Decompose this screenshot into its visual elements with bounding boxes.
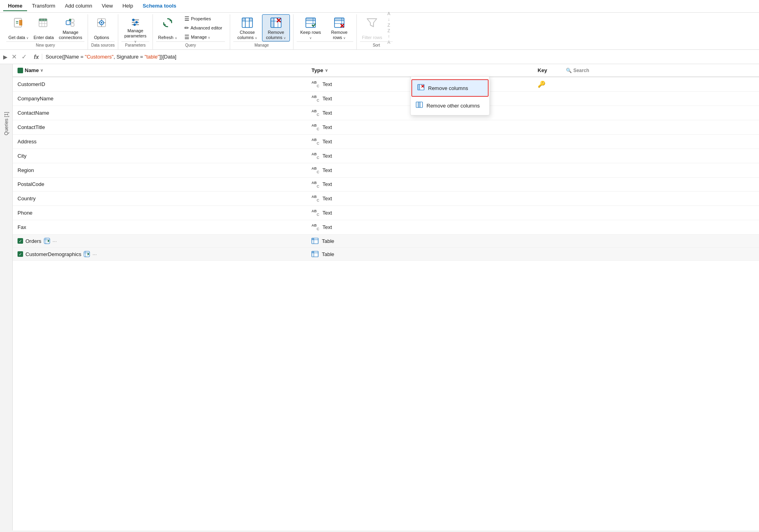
properties-icon: ☰ [184, 16, 190, 22]
table-row: CustomerIDABCText🔑 [13, 77, 759, 92]
menu-help[interactable]: Help [117, 1, 138, 11]
manage-label: Manage ∨ [191, 35, 211, 39]
table-cell-type: ABCText [307, 220, 533, 235]
formula-string-table: "table" [145, 54, 159, 60]
row-name: Fax [18, 224, 26, 230]
get-data-button[interactable]: Get data ∨ [6, 14, 31, 41]
type-icon: ABC [311, 181, 319, 188]
type-sort-icon[interactable]: ∨ [325, 68, 328, 72]
choose-columns-button[interactable]: Choose columns ∨ [233, 14, 261, 41]
remove-rows-button[interactable]: Remove rows ∨ [325, 14, 353, 41]
menu-transform[interactable]: Transform [27, 1, 60, 11]
row-name: Country [18, 196, 36, 201]
sort-group: A↓Z Z↑A [385, 14, 393, 41]
manage-button[interactable]: ☰ Manage ∨ [182, 33, 225, 41]
remove-columns-button[interactable]: Remove columns ∨ [262, 14, 290, 41]
type-label: Text [323, 81, 332, 87]
menu-view[interactable]: View [97, 1, 118, 11]
properties-button[interactable]: ☰ Properties [182, 14, 225, 23]
table-cell-type: ABCText [307, 192, 533, 206]
filter-rows-button[interactable]: Filter rows [360, 14, 384, 41]
type-label: Table [322, 238, 334, 244]
menu-home[interactable]: Home [3, 1, 27, 11]
type-label: Text [323, 153, 332, 159]
svg-rect-48 [306, 18, 315, 21]
table-cell-name: Phone [13, 206, 307, 220]
manage-connections-label: Manage connections [59, 30, 82, 40]
key-icon: 🔑 [538, 81, 546, 88]
table-row: CompanyNameABCText [13, 92, 759, 106]
table-row: PhoneABCText [13, 206, 759, 220]
table-row: CountryABCText [13, 192, 759, 206]
cancel-formula-button[interactable]: ✕ [11, 53, 18, 61]
key-header-label: Key [538, 67, 547, 73]
enter-data-button[interactable]: Enter data [31, 14, 56, 41]
table-indicator [18, 68, 23, 73]
menu-add-column[interactable]: Add column [60, 1, 97, 11]
refresh-button[interactable]: Refresh ∨ [156, 14, 179, 41]
menu-schema-tools[interactable]: Schema tools [138, 1, 181, 11]
table-cell-name: CustomerID [13, 77, 307, 92]
name-sort-icon[interactable]: ∨ [40, 68, 43, 72]
name-header-label: Name [25, 67, 39, 73]
type-icon: ABC [311, 109, 319, 117]
manage-parameters-button[interactable]: Manage parameters ∨ [121, 14, 149, 41]
svg-rect-13 [71, 23, 74, 26]
type-icon: ABC [311, 152, 319, 160]
manage-columns-group-label: Manage [233, 41, 290, 49]
table-row: RegionABCText [13, 163, 759, 177]
table-row: CityABCText [13, 149, 759, 163]
table-cell-type: ABCText [307, 177, 533, 192]
formula-input[interactable]: Source{[Name = "Customers", Signature = … [45, 54, 756, 60]
search-box[interactable]: 🔍 Search [549, 68, 589, 73]
table-cell-name: City [13, 149, 307, 163]
confirm-formula-button[interactable]: ✓ [21, 53, 27, 61]
row-name: Phone [18, 210, 33, 216]
expand-icon[interactable]: ▶ [3, 54, 8, 60]
options-button[interactable]: Options [91, 14, 112, 41]
table-type-icon [311, 251, 319, 257]
table-cell-name: CompanyName [13, 92, 307, 106]
type-icon: ABC [311, 166, 319, 174]
row-check[interactable]: ✓ [18, 251, 23, 257]
type-header-label: Type [311, 67, 323, 73]
row-check[interactable]: ✓ [18, 238, 23, 244]
row-dots[interactable]: ··· [92, 251, 97, 257]
type-label: Text [323, 96, 332, 102]
table-cell-key [533, 120, 759, 134]
manage-connections-button[interactable]: Manage connections [57, 14, 84, 41]
sort-group-label: Sort [360, 41, 393, 49]
expand-row-icon[interactable] [84, 251, 90, 257]
data-area: Name ∨ Type ∨ Key [13, 64, 759, 530]
data-sources-group-label: Data sources [91, 41, 115, 49]
table-cell-name: PostalCode [13, 177, 307, 192]
row-name: Region [18, 167, 34, 173]
new-query-group-label: New query [6, 41, 84, 49]
expand-row-icon[interactable] [44, 238, 50, 244]
type-label: Table [322, 251, 334, 257]
type-icon: ABC [311, 95, 319, 102]
table-cell-name: ContactName [13, 106, 307, 120]
advanced-editor-button[interactable]: ✏ Advanced editor [182, 23, 225, 32]
sort-az-label: A↓Z [387, 11, 390, 28]
sidebar-queries-label[interactable]: Queries [1] [4, 112, 9, 135]
table-row: ContactTitleABCText [13, 120, 759, 134]
row-name: ContactName [18, 110, 49, 116]
remove-columns-option[interactable]: Remove columns [411, 79, 489, 97]
table-cell-key [533, 106, 759, 120]
table-cell-name: ✓ Orders ··· [13, 235, 307, 248]
ribbon: Get data ∨ Enter data [0, 13, 759, 50]
filter-rows-label: Filter rows [362, 35, 382, 40]
keep-rows-button[interactable]: Keep rows ∨ [297, 14, 325, 41]
remove-other-columns-option[interactable]: Remove other columns [411, 98, 489, 113]
choose-columns-icon [241, 16, 254, 29]
row-name: ContactTitle [18, 124, 45, 130]
refresh-icon [161, 16, 174, 29]
formula-fx-label: fx [31, 54, 42, 60]
svg-rect-37 [249, 18, 252, 21]
key-column-header: Key 🔍 Search [533, 64, 759, 77]
ribbon-group-sort: Filter rows A↓Z Z↑A Sort [357, 14, 396, 49]
get-data-icon [12, 16, 25, 29]
row-dots[interactable]: ··· [53, 238, 57, 244]
table-cell-key [533, 192, 759, 206]
